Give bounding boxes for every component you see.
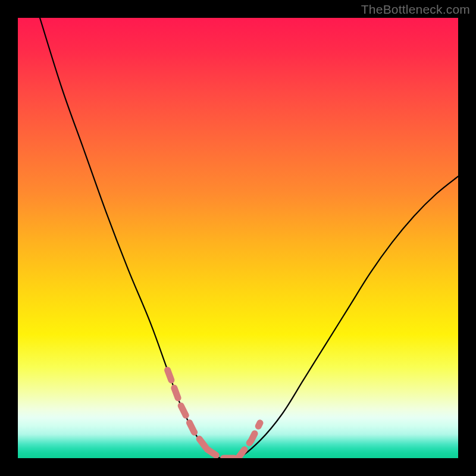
watermark-text: TheBottleneck.com [361,2,470,17]
optimal-dash-right [238,423,260,458]
bottleneck-curve-line [40,18,458,458]
optimal-dash-left [168,370,208,449]
chart-stage: TheBottleneck.com [0,0,476,476]
plot-area [18,18,458,458]
optimal-dash-floor [207,449,238,458]
curve-svg [18,18,458,458]
